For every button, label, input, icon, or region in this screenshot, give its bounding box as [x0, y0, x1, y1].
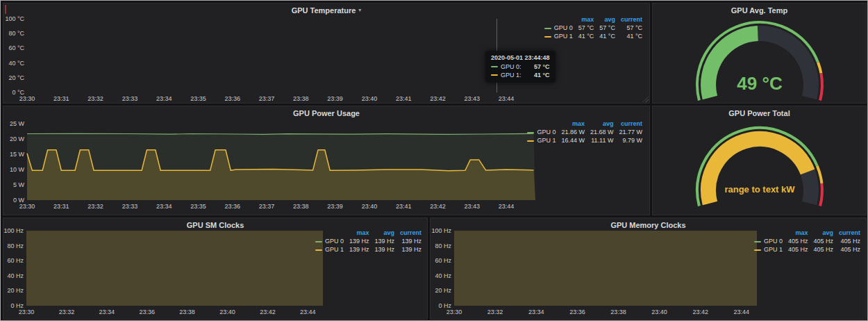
panel-header[interactable]: GPU Avg. Temp [653, 3, 866, 15]
gauge-threshold-ring [820, 74, 822, 101]
y-axis-label: 15 W [10, 151, 25, 158]
tooltip-time: 2020-05-01 23:44:48 [491, 54, 550, 61]
panel-header[interactable]: GPU SM Clocks [3, 218, 427, 230]
tooltip-row: GPU 1: 41 °C [491, 72, 550, 79]
legend-row: GPU 1139 Hz139 Hz139 Hz [312, 245, 424, 254]
gauge-value: 49 °C [737, 73, 782, 94]
x-axis-label: 23:36 [139, 308, 155, 315]
legend-value: 57 °C [576, 24, 597, 32]
legend-value: 139 Hz [397, 237, 424, 245]
panel-menu-caret-icon[interactable]: ▾ [358, 7, 361, 13]
series-swatch [315, 241, 322, 242]
tooltip-row: GPU 0: 57 °C [491, 63, 550, 70]
gauge-threshold-ring [818, 63, 821, 74]
legend-value: 9.79 W [616, 136, 645, 145]
panel-header[interactable]: GPU Memory Clocks [431, 218, 866, 230]
tooltip-series-value: 41 °C [526, 72, 550, 79]
panel-gpu-avg-temp: GPU Avg. Temp 49 °C [652, 3, 867, 104]
legend-col-avg[interactable]: avg [596, 15, 618, 24]
chart-tooltip: 2020-05-01 23:44:48 GPU 0: 57 °C GPU 1: … [485, 51, 556, 83]
legend-col-max[interactable]: max [576, 15, 597, 24]
series-swatch [491, 74, 498, 76]
y-axis-label: 40 Hz [435, 272, 451, 279]
panel-title[interactable]: GPU SM Clocks [187, 221, 244, 229]
panel-gpu-power-total: GPU Power Total range to text kW [652, 106, 867, 215]
x-axis-label: 23:44 [499, 95, 515, 102]
x-axis-label: 23:34 [99, 308, 115, 315]
x-axis-label: 23:42 [692, 308, 708, 315]
legend-col-current[interactable]: current [616, 120, 645, 128]
y-axis-label: 40 Hz [7, 272, 24, 279]
tooltip-series-label: GPU 0: [501, 63, 521, 70]
y-axis-label: 10 W [10, 166, 25, 173]
x-axis-label: 23:39 [327, 203, 343, 210]
legend-value: 139 Hz [347, 237, 372, 245]
x-axis-label: 23:42 [430, 95, 446, 102]
legend-col-current[interactable]: current [618, 15, 645, 24]
x-axis-label: 23:38 [610, 308, 626, 315]
x-axis-label: 23:31 [53, 203, 69, 210]
x-axis-label: 23:39 [327, 95, 343, 102]
annotation-marker [5, 5, 6, 14]
legend-value: 139 Hz [372, 245, 397, 254]
legend-value: 41 °C [576, 32, 597, 40]
x-axis-label: 23:41 [396, 203, 412, 210]
x-axis-label: 23:36 [225, 95, 241, 102]
legend-value: 11.11 W [587, 136, 617, 145]
legend-series-name[interactable]: GPU 0 [312, 237, 347, 245]
series-fill [454, 231, 757, 306]
legend-row: GPU 116.44 W11.11 W9.79 W [524, 136, 645, 145]
legend-series-name[interactable]: GPU 1 [524, 136, 558, 145]
x-axis-label: 23:40 [362, 203, 378, 210]
series-fill [26, 231, 323, 306]
x-axis-label: 23:42 [430, 203, 446, 210]
x-axis-label: 23:34 [156, 203, 172, 210]
y-axis-label: 20 Hz [7, 287, 24, 294]
legend-series-name[interactable]: GPU 0 [524, 128, 558, 136]
x-axis-label: 23:40 [651, 308, 667, 315]
panel-title[interactable]: GPU Temperature [292, 6, 356, 15]
legend-series-name[interactable]: GPU 0 [751, 237, 785, 245]
y-axis-label: 80 Hz [7, 242, 24, 249]
legend-col-avg[interactable]: avg [587, 120, 617, 128]
x-axis-label: 23:31 [53, 95, 69, 102]
panel-title[interactable]: GPU Avg. Temp [731, 6, 788, 15]
legend-value: 16.44 W [558, 136, 587, 145]
gauge-value: range to text kW [724, 184, 794, 195]
chart-legend: maxavgcurrentGPU 0139 Hz139 Hz139 HzGPU … [312, 229, 424, 254]
x-axis-label: 23:33 [122, 95, 138, 102]
legend-series-name[interactable]: GPU 0 [542, 24, 576, 32]
x-axis-label: 23:36 [569, 308, 585, 315]
x-axis-label: 23:44 [300, 308, 316, 315]
legend-row: GPU 0139 Hz139 Hz139 Hz [312, 237, 424, 245]
legend-row: GPU 021.86 W21.68 W21.77 W [524, 128, 645, 136]
y-axis-label: 80 Hz [435, 242, 451, 249]
x-axis-label: 23:40 [219, 308, 235, 315]
series-swatch [315, 249, 322, 251]
x-axis-label: 23:44 [499, 203, 515, 210]
series-swatch [754, 241, 761, 242]
panel-gpu-power-usage: GPU Power Usage 0 W5 W10 W15 W20 W25 W23… [3, 106, 650, 215]
panel-title[interactable]: GPU Memory Clocks [610, 221, 685, 229]
panel-header[interactable]: GPU Temperature▾ [3, 3, 649, 15]
panel-header[interactable]: GPU Power Total [653, 106, 866, 118]
legend-col-max[interactable]: max [558, 120, 587, 128]
series-swatch [491, 66, 498, 67]
legend-value: 405 Hz [836, 237, 863, 245]
series-swatch [527, 140, 534, 142]
x-axis-label: 23:36 [225, 203, 241, 210]
panel-title[interactable]: GPU Power Total [728, 109, 790, 117]
x-axis-label: 23:30 [446, 308, 462, 315]
x-axis-label: 23:37 [259, 203, 275, 210]
legend-series-name[interactable]: GPU 1 [542, 32, 576, 40]
x-axis-label: 23:42 [260, 308, 276, 315]
series-swatch [527, 132, 534, 133]
series-swatch [544, 28, 551, 29]
x-axis-label: 23:32 [487, 308, 503, 315]
legend-series-name[interactable]: GPU 1 [751, 245, 785, 254]
x-axis-label: 23:35 [190, 203, 206, 210]
panel-header[interactable]: GPU Power Usage [3, 106, 649, 118]
panel-title[interactable]: GPU Power Usage [293, 109, 360, 117]
legend-series-name[interactable]: GPU 1 [312, 245, 347, 254]
x-axis-label: 23:37 [259, 95, 275, 102]
